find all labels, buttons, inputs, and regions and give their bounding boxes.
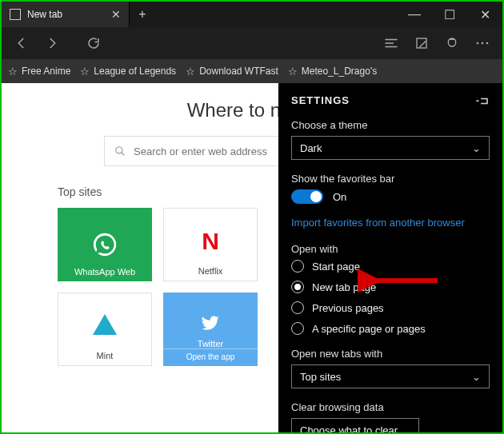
theme-label: Choose a theme: [291, 119, 490, 131]
tile-label: Twitter: [198, 339, 223, 348]
browser-tab[interactable]: New tab ✕: [2, 2, 130, 27]
favbar-state: On: [333, 191, 346, 203]
whatsapp-icon: [91, 231, 118, 258]
tile-label: WhatsApp Web: [74, 267, 135, 277]
nav-toolbar: [2, 27, 502, 59]
tile-subtitle[interactable]: Open the app: [163, 348, 258, 364]
arrow-right-icon: [45, 36, 59, 50]
radio-new-tab-page[interactable]: New tab page: [291, 281, 490, 293]
svg-point-4: [116, 147, 122, 153]
radio-icon: [291, 281, 304, 293]
radio-icon: [291, 260, 304, 273]
favorite-item[interactable]: ☆Free Anime: [8, 66, 70, 78]
new-tabs-select[interactable]: Top sites ⌄: [291, 364, 490, 388]
theme-value: Dark: [300, 142, 322, 154]
radio-icon: [291, 322, 304, 335]
open-with-radios: Start page New tab page Previous pages A…: [291, 260, 490, 335]
star-icon: ☆: [288, 66, 298, 78]
settings-panel: SETTINGS -⁠⊐ Choose a theme Dark ⌄ Show …: [278, 83, 502, 432]
new-tabs-value: Top sites: [300, 371, 341, 383]
arrow-left-icon: [14, 36, 29, 50]
tile-whatsapp[interactable]: WhatsApp Web: [58, 208, 152, 281]
hub-icon: [384, 38, 398, 49]
radio-label: New tab page: [312, 281, 376, 293]
hub-button[interactable]: [378, 30, 405, 57]
chevron-down-icon: ⌄: [472, 142, 481, 154]
browser-window: New tab ✕ + — ☐ ✕ ☆Free An: [2, 2, 502, 432]
tile-twitter[interactable]: Twitter Open the app: [163, 293, 258, 366]
tab-title: New tab: [27, 9, 105, 20]
svg-rect-0: [417, 38, 426, 48]
star-icon: ☆: [80, 66, 90, 78]
open-with-label: Open with: [291, 243, 490, 255]
favorite-label: Download WTFast: [199, 66, 278, 77]
webnote-button[interactable]: [408, 30, 435, 57]
refresh-icon: [86, 36, 101, 50]
netflix-icon: N: [202, 228, 219, 255]
favorites-bar-toggle[interactable]: [291, 189, 323, 204]
favorite-item[interactable]: ☆Download WTFast: [186, 66, 278, 78]
import-favorites-link[interactable]: Import favorites from another browser: [291, 217, 490, 229]
radio-label: A specific page or pages: [312, 323, 426, 335]
top-sites-grid: WhatsApp Web N Netflix Mint Twitter Open…: [58, 208, 258, 366]
settings-title: SETTINGS -⁠⊐: [291, 94, 490, 106]
star-icon: ☆: [186, 66, 195, 78]
mint-icon: [93, 314, 117, 335]
pin-icon[interactable]: -⁠⊐: [476, 94, 490, 106]
radio-previous-pages[interactable]: Previous pages: [291, 301, 490, 314]
favbar-label: Show the favorites bar: [291, 173, 490, 185]
favorites-bar: ☆Free Anime ☆League of Legends ☆Download…: [2, 59, 502, 83]
close-window-button[interactable]: ✕: [467, 2, 502, 27]
favorite-label: League of Legends: [94, 66, 176, 77]
new-tabs-label: Open new tabs with: [291, 348, 490, 360]
maximize-button[interactable]: ☐: [432, 2, 467, 27]
back-button[interactable]: [8, 30, 35, 57]
tile-mint[interactable]: Mint: [58, 293, 152, 366]
note-icon: [415, 37, 428, 50]
radio-label: Previous pages: [312, 302, 384, 314]
svg-point-3: [486, 42, 489, 45]
favorite-label: Free Anime: [22, 66, 70, 77]
more-button[interactable]: [469, 30, 496, 57]
refresh-button[interactable]: [80, 30, 107, 57]
page-icon: [10, 9, 21, 20]
twitter-icon: [200, 313, 221, 333]
chevron-down-icon: ⌄: [472, 371, 481, 383]
svg-point-1: [477, 42, 479, 45]
star-icon: ☆: [8, 66, 18, 78]
minimize-button[interactable]: —: [397, 2, 432, 27]
close-tab-icon[interactable]: ✕: [111, 8, 121, 21]
tile-label: Mint: [97, 351, 114, 360]
share-icon: [446, 36, 458, 50]
svg-point-2: [482, 42, 484, 45]
top-sites-label: Top sites: [58, 185, 102, 198]
favorite-item[interactable]: ☆Meteo_L_Drago's: [288, 66, 377, 78]
forward-button[interactable]: [38, 30, 66, 57]
title-bar: New tab ✕ + — ☐ ✕: [2, 2, 502, 27]
radio-icon: [291, 301, 304, 314]
tile-label: Netflix: [198, 266, 223, 276]
page-content: Where to next? Top sites WhatsApp Web N …: [2, 83, 502, 432]
radio-specific-page[interactable]: A specific page or pages: [291, 322, 490, 335]
search-icon: [114, 145, 126, 157]
clear-data-label: Clear browsing data: [291, 401, 490, 413]
favorite-item[interactable]: ☆League of Legends: [80, 66, 176, 78]
share-button[interactable]: [438, 30, 466, 57]
favorite-label: Meteo_L_Drago's: [302, 66, 377, 77]
tile-netflix[interactable]: N Netflix: [163, 208, 258, 281]
radio-label: Start page: [312, 261, 360, 273]
new-tab-button[interactable]: +: [130, 2, 155, 27]
theme-select[interactable]: Dark ⌄: [291, 136, 490, 160]
more-icon: [475, 41, 490, 46]
radio-start-page[interactable]: Start page: [291, 260, 490, 273]
choose-clear-button[interactable]: Choose what to clear: [291, 418, 419, 432]
